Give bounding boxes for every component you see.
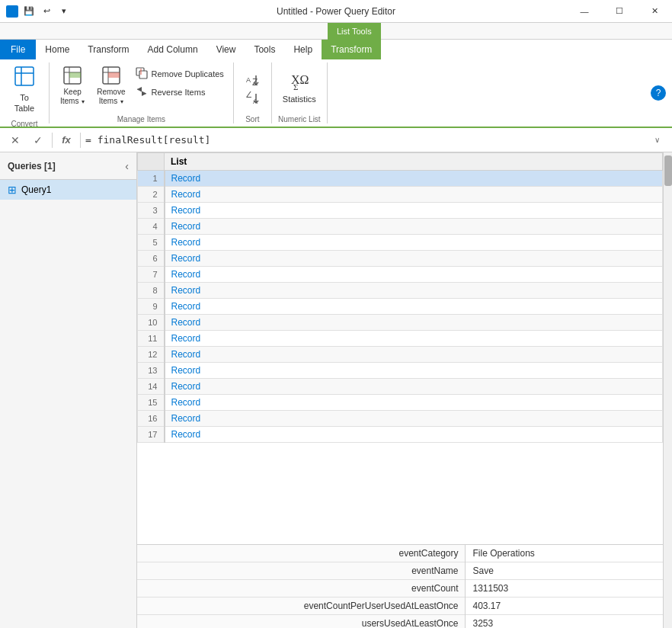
scrollbar-track[interactable]: [663, 152, 672, 628]
record-value[interactable]: Record: [165, 187, 663, 203]
record-value[interactable]: Record: [165, 283, 663, 299]
record-value[interactable]: Record: [165, 347, 663, 363]
save-quick-btn[interactable]: 💾: [21, 4, 37, 19]
bottom-panel-row: eventCategoryFile Operations: [137, 545, 663, 562]
table-row[interactable]: 10Record: [138, 315, 663, 331]
row-number: 6: [138, 251, 165, 267]
formula-expand-btn[interactable]: ∨: [648, 131, 666, 149]
row-number: 4: [138, 219, 165, 235]
tab-transform-ctx[interactable]: Transform: [322, 40, 381, 59]
table-row[interactable]: 2Record: [138, 187, 663, 203]
formula-cancel-btn[interactable]: ✕: [6, 131, 24, 149]
table-row[interactable]: 7Record: [138, 267, 663, 283]
query1-label: Query1: [21, 184, 51, 195]
table-row[interactable]: 15Record: [138, 395, 663, 411]
to-table-button[interactable]: ToTable: [6, 62, 43, 117]
table-row[interactable]: 3Record: [138, 203, 663, 219]
record-link[interactable]: Record: [171, 253, 201, 264]
sidebar-header: Queries [1] ‹: [0, 152, 136, 180]
row-number: 15: [138, 395, 165, 411]
record-link[interactable]: Record: [171, 285, 201, 296]
table-row[interactable]: 13Record: [138, 363, 663, 379]
record-value[interactable]: Record: [165, 411, 663, 427]
close-btn[interactable]: ✕: [637, 0, 672, 23]
tab-tools[interactable]: Tools: [245, 40, 284, 59]
tab-transform[interactable]: Transform: [78, 40, 138, 59]
reverse-items-button[interactable]: Reverse Items: [133, 84, 226, 101]
statistics-button[interactable]: XΩ Σ Statistics: [278, 67, 321, 107]
remove-items-button[interactable]: RemoveItems ▾: [92, 62, 130, 109]
record-link[interactable]: Record: [171, 205, 201, 216]
undo-quick-btn[interactable]: ↩: [39, 4, 54, 19]
record-value[interactable]: Record: [165, 363, 663, 379]
property-label: eventCount: [137, 580, 465, 598]
record-link[interactable]: Record: [171, 317, 201, 328]
table-row[interactable]: 4Record: [138, 219, 663, 235]
property-value: Save: [465, 562, 663, 580]
record-link[interactable]: Record: [171, 333, 201, 344]
table-row[interactable]: 5Record: [138, 235, 663, 251]
record-link[interactable]: Record: [171, 349, 201, 360]
table-row[interactable]: 8Record: [138, 283, 663, 299]
record-value[interactable]: Record: [165, 331, 663, 347]
list-column-header[interactable]: List: [165, 153, 663, 171]
row-number: 8: [138, 283, 165, 299]
data-grid[interactable]: List 1Record2Record3Record4Record5Record…: [137, 152, 663, 544]
tab-home[interactable]: Home: [36, 40, 78, 59]
record-link[interactable]: Record: [171, 429, 201, 440]
table-row[interactable]: 16Record: [138, 411, 663, 427]
help-button[interactable]: ?: [651, 85, 666, 101]
bottom-panel-row: eventCountPerUserUsedAtLeastOnce403.17: [137, 598, 663, 615]
convert-label: Convert: [11, 117, 37, 128]
grid-table: List 1Record2Record3Record4Record5Record…: [137, 152, 663, 443]
record-value[interactable]: Record: [165, 219, 663, 235]
record-value[interactable]: Record: [165, 427, 663, 443]
record-link[interactable]: Record: [171, 173, 201, 184]
record-link[interactable]: Record: [171, 189, 201, 200]
record-value[interactable]: Record: [165, 235, 663, 251]
table-row[interactable]: 12Record: [138, 347, 663, 363]
keep-items-button[interactable]: KeepItems ▾: [56, 62, 89, 109]
table-row[interactable]: 9Record: [138, 299, 663, 315]
sort-descending-button[interactable]: Z A: [242, 90, 262, 107]
record-value[interactable]: Record: [165, 299, 663, 315]
record-value[interactable]: Record: [165, 379, 663, 395]
table-row[interactable]: 17Record: [138, 427, 663, 443]
record-value[interactable]: Record: [165, 171, 663, 187]
sidebar-collapse-btn[interactable]: ‹: [125, 160, 129, 172]
ribbon: ToTable Convert KeepItems ▾: [0, 59, 672, 128]
table-row[interactable]: 14Record: [138, 379, 663, 395]
record-value[interactable]: Record: [165, 267, 663, 283]
table-row[interactable]: 1Record: [138, 171, 663, 187]
record-value[interactable]: Record: [165, 395, 663, 411]
query1-item[interactable]: ⊞ Query1: [0, 180, 136, 200]
record-link[interactable]: Record: [171, 381, 201, 392]
tab-file[interactable]: File: [0, 40, 36, 59]
row-number: 10: [138, 315, 165, 331]
remove-duplicates-button[interactable]: Remove Duplicates: [133, 66, 226, 82]
tab-add-column[interactable]: Add Column: [139, 40, 207, 59]
fx-btn[interactable]: fx: [57, 131, 75, 149]
tab-help[interactable]: Help: [284, 40, 322, 59]
record-link[interactable]: Record: [171, 237, 201, 248]
table-row[interactable]: 6Record: [138, 251, 663, 267]
record-link[interactable]: Record: [171, 397, 201, 408]
record-link[interactable]: Record: [171, 269, 201, 280]
minimize-btn[interactable]: —: [567, 0, 602, 23]
record-value[interactable]: Record: [165, 251, 663, 267]
record-value[interactable]: Record: [165, 203, 663, 219]
formula-input[interactable]: = finalResult[result]: [85, 134, 643, 146]
scrollbar-thumb[interactable]: [664, 155, 672, 186]
record-link[interactable]: Record: [171, 413, 201, 424]
maximize-btn[interactable]: ☐: [602, 0, 637, 23]
record-link[interactable]: Record: [171, 221, 201, 232]
record-link[interactable]: Record: [171, 365, 201, 376]
dropdown-quick-btn[interactable]: ▾: [56, 4, 72, 19]
numeric-list-items: XΩ Σ Statistics: [278, 62, 321, 112]
tab-view[interactable]: View: [207, 40, 245, 59]
sort-ascending-button[interactable]: A Z: [242, 72, 262, 88]
table-row[interactable]: 11Record: [138, 331, 663, 347]
record-value[interactable]: Record: [165, 315, 663, 331]
record-link[interactable]: Record: [171, 301, 201, 312]
formula-accept-btn[interactable]: ✓: [29, 131, 47, 149]
